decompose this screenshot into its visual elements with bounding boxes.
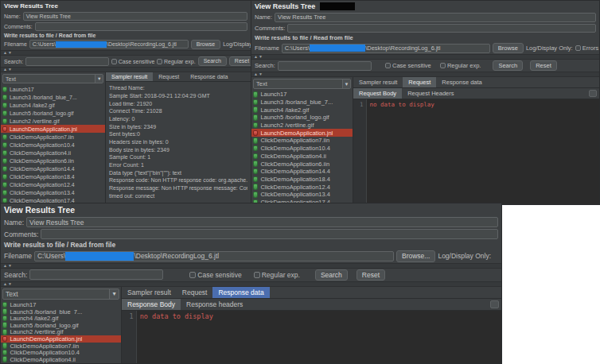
checkbox-icon[interactable] xyxy=(254,272,260,278)
tree-item[interactable]: Launch4 /lake2.gif xyxy=(1,315,121,322)
chevron-down-icon[interactable]: ▼ xyxy=(342,79,350,88)
splitter-collapse-icons[interactable]: ▲▼ xyxy=(254,72,263,76)
tab-request[interactable]: Request xyxy=(177,287,213,298)
tree-item[interactable]: Launch3 /borland_blue_7... xyxy=(251,99,353,106)
browse-button[interactable]: Browse... xyxy=(396,250,435,261)
tab-response-data[interactable]: Response data xyxy=(212,287,269,298)
tree-item[interactable]: LaunchDemoApplication.jnl xyxy=(1,335,121,343)
filename-input[interactable]: C:\Users\ \Desktop\RecordingLog_6.jtl xyxy=(34,251,394,261)
browse-button[interactable]: Browse xyxy=(493,43,524,53)
name-input[interactable]: View Results Tree xyxy=(26,217,498,227)
comments-input[interactable] xyxy=(35,22,247,31)
tree-item[interactable]: ClickDemoApplication12.4 xyxy=(251,183,353,191)
sampler-result-text[interactable]: Thread Name:Sample Start: 2018-09-21 12:… xyxy=(106,82,251,203)
tab-sampler-result[interactable]: Sampler result xyxy=(353,77,403,87)
tree-item[interactable]: ClickDemoApplication13.4 xyxy=(251,191,353,199)
splitter-collapse-icons[interactable]: ▲▼ xyxy=(254,55,263,59)
editor-options-button[interactable] xyxy=(589,90,597,97)
splitter-collapse-icons[interactable]: ▲▼ xyxy=(3,282,13,286)
case-sensitive-checkbox[interactable]: Case sensitive xyxy=(385,62,431,69)
tab-sampler-result[interactable]: Sampler result xyxy=(106,72,153,81)
tree-item[interactable]: ClickDemoApplication6.iin xyxy=(251,160,353,168)
chevron-down-icon[interactable]: ▼ xyxy=(95,75,103,83)
tree-item[interactable]: ClickDemoApplication14.4 xyxy=(251,168,353,176)
tree-item[interactable]: Launch3 /borland_blue_7... xyxy=(1,93,105,101)
name-input[interactable]: View Results Tree xyxy=(275,13,596,22)
checkbox-icon[interactable] xyxy=(385,63,391,68)
case-sensitive-checkbox[interactable]: Case sensitive xyxy=(111,59,154,64)
tab-response-body[interactable]: Response Body xyxy=(122,299,181,310)
splitter-collapse-icons[interactable]: ▲▼ xyxy=(3,68,13,72)
tab-request-body[interactable]: Request Body xyxy=(353,88,402,99)
tab-response-data[interactable]: Response data xyxy=(436,77,487,87)
filename-input[interactable]: C:\Users\ \Desktop\RecordingLog_6.jtl xyxy=(282,44,490,53)
tree-item[interactable]: ClickDemoApplication4.ii xyxy=(1,356,121,363)
checkbox-icon[interactable] xyxy=(575,45,581,51)
tree-item[interactable]: ClickDemoApplication10.4 xyxy=(251,145,353,153)
splitter-collapse-icons[interactable]: ▲▼ xyxy=(3,51,13,55)
response-body-editor[interactable]: 1 no data to display xyxy=(122,311,501,363)
checkbox-icon[interactable] xyxy=(189,272,196,278)
tree-item[interactable]: ClickDemoApplication10.4 xyxy=(1,141,105,149)
tree-item[interactable]: ClickDemoApplication10.4 xyxy=(1,349,121,356)
checkbox-icon[interactable] xyxy=(111,59,117,64)
tree-item[interactable]: ClickDemoApplication6.iin xyxy=(1,363,121,364)
errors-checkbox[interactable]: Errors xyxy=(575,45,599,52)
splitter-collapse-icons[interactable]: ▲▼ xyxy=(3,264,13,268)
tree-item[interactable]: Launch5 /borland_logo.gif xyxy=(1,109,105,117)
tree-item[interactable]: ClickDemoApplication17.4 xyxy=(1,196,105,203)
search-input[interactable] xyxy=(29,269,163,280)
tree-item[interactable]: Launch3 /borland_blue_7... xyxy=(1,308,121,316)
tree-item[interactable]: Launch4 /lake2.gif xyxy=(1,101,105,109)
splitter[interactable]: ▲▼ xyxy=(1,263,501,269)
tree-item[interactable]: ClickDemoApplication18.4 xyxy=(1,172,105,180)
tree-item[interactable]: Launch2 /vertline.gif xyxy=(1,329,121,336)
browse-button[interactable]: Browse xyxy=(191,40,220,49)
search-input[interactable] xyxy=(278,61,372,71)
tab-sampler-result[interactable]: Sampler result xyxy=(122,287,177,298)
search-button[interactable]: Search xyxy=(493,60,523,71)
tree-item[interactable]: ClickDemoApplication7.iin xyxy=(1,343,121,350)
tree-item[interactable]: ClickDemoApplication7.iin xyxy=(251,137,353,145)
filter-combobox[interactable]: Text ▼ xyxy=(2,288,119,300)
chevron-down-icon[interactable]: ▼ xyxy=(109,289,119,299)
filter-combobox[interactable]: Text ▼ xyxy=(2,74,103,83)
splitter[interactable]: ▲▼ xyxy=(1,281,501,287)
filter-combobox[interactable]: Text ▼ xyxy=(253,79,351,89)
tree-item[interactable]: ClickDemoApplication6.iin xyxy=(1,157,105,165)
tree-item[interactable]: ClickDemoApplication13.4 xyxy=(1,188,105,196)
tree-item[interactable]: ClickDemoApplication18.4 xyxy=(251,176,353,184)
reset-button[interactable]: Reset xyxy=(229,56,251,66)
splitter[interactable]: ▲▼ xyxy=(1,50,251,56)
name-input[interactable]: View Results Tree xyxy=(23,12,247,21)
tree-item[interactable]: Launch17 xyxy=(251,91,353,99)
tab-request-headers[interactable]: Request Headers xyxy=(402,88,459,99)
tree-item[interactable]: LaunchDemoApplication.jnl xyxy=(251,129,353,137)
splitter[interactable]: ▲▼ xyxy=(1,67,251,72)
tab-request[interactable]: Request xyxy=(153,72,185,81)
request-body-editor[interactable]: 1 no data to display xyxy=(353,99,599,204)
tree-item[interactable]: ClickDemoApplication14.4 xyxy=(1,165,105,172)
checkbox-icon[interactable] xyxy=(440,63,446,68)
tree-item[interactable]: Launch17 xyxy=(1,85,105,93)
case-sensitive-checkbox[interactable]: Case sensitive xyxy=(189,271,241,279)
reset-button[interactable]: Reset xyxy=(530,60,557,71)
search-button[interactable]: Search xyxy=(198,56,227,66)
tree-item[interactable]: LaunchDemoApplication.jnl xyxy=(1,125,105,133)
tree-item[interactable]: Launch4 /lake2.gif xyxy=(251,106,353,114)
comments-input[interactable] xyxy=(287,24,596,33)
tab-request[interactable]: Request xyxy=(403,77,436,87)
checkbox-icon[interactable] xyxy=(157,59,162,64)
tree-item[interactable]: ClickDemoApplication4.ii xyxy=(251,153,353,161)
splitter[interactable]: ▲▼ xyxy=(251,54,599,60)
editor-options-button[interactable] xyxy=(490,300,499,308)
regular-exp-checkbox[interactable]: Regular exp. xyxy=(254,271,300,279)
reset-button[interactable]: Reset xyxy=(356,269,385,281)
tab-response-headers[interactable]: Response headers xyxy=(181,299,248,310)
tree-item[interactable]: Launch2 /vertline.gif xyxy=(251,122,353,130)
tree-item[interactable]: ClickDemoApplication4.ii xyxy=(1,149,105,157)
regular-exp-checkbox[interactable]: Regular exp. xyxy=(440,62,481,69)
tree-item[interactable]: Launch5 /borland_logo.gif xyxy=(251,114,353,122)
search-button[interactable]: Search xyxy=(315,269,348,281)
regular-exp-checkbox[interactable]: Regular exp. xyxy=(157,59,195,64)
